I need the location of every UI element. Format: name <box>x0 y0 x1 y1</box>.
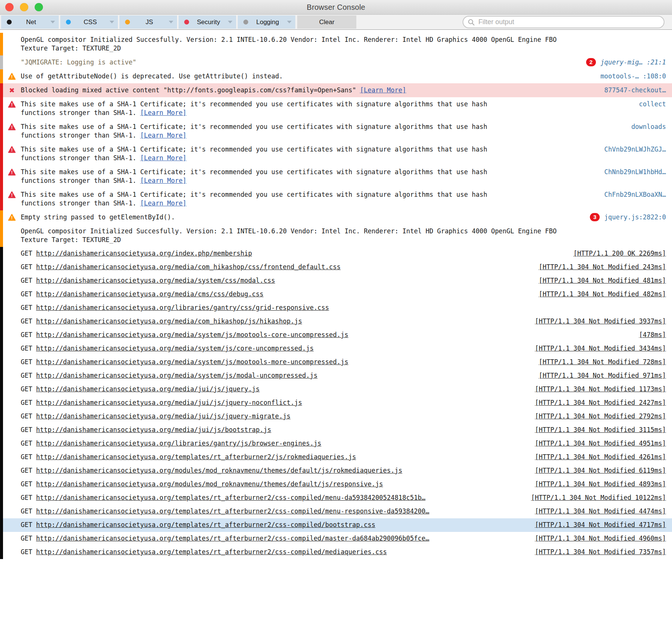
console-message-row[interactable]: !Empty string passed to getElementById()… <box>0 210 672 224</box>
filter-button-logging[interactable]: Logging <box>238 15 295 29</box>
request-url-link[interactable]: http://danishamericansocietyusa.org/libr… <box>36 440 321 447</box>
request-url-link[interactable]: http://danishamericansocietyusa.org/medi… <box>36 290 264 298</box>
source-location-link[interactable]: mootools-… :108:0 <box>600 72 666 81</box>
http-status-link[interactable]: [HTTP/1.1 304 Not Modified 971ms] <box>539 371 666 380</box>
source-location-link[interactable]: ChVnb29nLWJhZGJ… <box>604 145 666 154</box>
network-request-row[interactable]: GEThttp://danishamericansocietyusa.org/m… <box>0 396 672 410</box>
network-request-row[interactable]: GEThttp://danishamericansocietyusa.org/m… <box>0 478 672 491</box>
source-location-link[interactable]: 877547-checkout… <box>604 86 666 95</box>
chevron-down-icon[interactable] <box>287 21 292 23</box>
console-message-row[interactable]: !This site makes use of a SHA-1 Certific… <box>0 120 672 142</box>
network-request-row[interactable]: GEThttp://danishamericansocietyusa.org/m… <box>0 274 672 288</box>
http-status-link[interactable]: [HTTP/1.1 304 Not Modified 482ms] <box>539 290 666 299</box>
network-request-row[interactable]: GEThttp://danishamericansocietyusa.org/m… <box>0 315 672 328</box>
request-url-link[interactable]: http://danishamericansocietyusa.org/temp… <box>36 548 387 556</box>
network-request-row[interactable]: GEThttp://danishamericansocietyusa.org/t… <box>0 545 672 559</box>
console-message-row[interactable]: OpenGL compositor Initialized Succesfull… <box>0 224 672 247</box>
network-request-row[interactable]: GEThttp://danishamericansocietyusa.org/m… <box>0 355 672 369</box>
request-url-link[interactable]: http://danishamericansocietyusa.org/libr… <box>36 304 329 311</box>
network-request-row[interactable]: GEThttp://danishamericansocietyusa.org/m… <box>0 383 672 396</box>
network-request-row[interactable]: GEThttp://danishamericansocietyusa.org/m… <box>0 369 672 383</box>
source-location-link[interactable]: ChFnb29nLXBoaXN… <box>604 190 666 199</box>
request-url-link[interactable]: http://danishamericansocietyusa.org/medi… <box>36 317 302 325</box>
network-request-row[interactable]: GEThttp://danishamericansocietyusa.org/t… <box>0 491 672 505</box>
network-request-row[interactable]: GEThttp://danishamericansocietyusa.org/m… <box>0 423 672 437</box>
source-location-link[interactable]: collect <box>639 100 666 109</box>
source-location-link[interactable]: jquery.js:2822:0 <box>604 213 666 222</box>
request-url-link[interactable]: http://danishamericansocietyusa.org/modu… <box>36 467 402 474</box>
network-request-row[interactable]: GEThttp://danishamericansocietyusa.org/m… <box>0 328 672 342</box>
http-status-link[interactable]: [HTTP/1.1 304 Not Modified 4717ms] <box>535 521 666 529</box>
network-request-row[interactable]: GEThttp://danishamericansocietyusa.org/m… <box>0 288 672 301</box>
http-status-link[interactable]: [HTTP/1.1 304 Not Modified 2427ms] <box>535 398 666 407</box>
filter-button-css[interactable]: CSS <box>60 15 118 29</box>
request-url-link[interactable]: http://danishamericansocietyusa.org/medi… <box>36 412 291 420</box>
http-status-link[interactable]: [HTTP/1.1 304 Not Modified 7357ms] <box>535 548 666 556</box>
console-message-row[interactable]: !This site makes use of a SHA-1 Certific… <box>0 188 672 210</box>
source-location-link[interactable]: downloads <box>631 123 666 131</box>
http-status-link[interactable]: [HTTP/1.1 304 Not Modified 4261ms] <box>535 453 666 461</box>
console-message-row[interactable]: "JQMIGRATE: Logging is active"2jquery-mi… <box>0 55 672 69</box>
network-request-row[interactable]: GEThttp://danishamericansocietyusa.org/m… <box>0 260 672 274</box>
request-url-link[interactable]: http://danishamericansocietyusa.org/medi… <box>36 277 275 284</box>
console-message-row[interactable]: !Use of getAttributeNode() is deprecated… <box>0 69 672 83</box>
http-status-link[interactable]: [HTTP/1.1 304 Not Modified 3937ms] <box>535 317 666 326</box>
request-url-link[interactable]: http://danishamericansocietyusa.org/medi… <box>36 426 271 434</box>
request-url-link[interactable]: http://danishamericansocietyusa.org/temp… <box>36 453 356 461</box>
request-url-link[interactable]: http://danishamericansocietyusa.org/modu… <box>36 480 383 488</box>
network-request-row[interactable]: GEThttp://danishamericansocietyusa.org/t… <box>0 518 672 532</box>
learn-more-link[interactable]: [Learn More] <box>140 109 186 116</box>
network-request-row[interactable]: GEThttp://danishamericansocietyusa.org/t… <box>0 505 672 518</box>
learn-more-link[interactable]: [Learn More] <box>140 154 186 162</box>
request-url-link[interactable]: http://danishamericansocietyusa.org/temp… <box>36 494 426 501</box>
http-status-link[interactable]: [HTTP/1.1 304 Not Modified 4951ms] <box>535 439 666 448</box>
request-url-link[interactable]: http://danishamericansocietyusa.org/medi… <box>36 345 314 352</box>
learn-more-link[interactable]: [Learn More] <box>140 132 186 139</box>
request-url-link[interactable]: http://danishamericansocietyusa.org/medi… <box>36 399 302 406</box>
chevron-down-icon[interactable] <box>169 21 173 23</box>
network-request-row[interactable]: GEThttp://danishamericansocietyusa.org/l… <box>0 301 672 315</box>
network-request-row[interactable]: GEThttp://danishamericansocietyusa.org/m… <box>0 342 672 355</box>
filter-input[interactable] <box>478 18 659 26</box>
source-location-link[interactable]: ChNnb29nLW1hbHd… <box>604 168 666 176</box>
console-message-row[interactable]: !This site makes use of a SHA-1 Certific… <box>0 97 672 120</box>
http-status-link[interactable]: [HTTP/1.1 304 Not Modified 6119ms] <box>535 466 666 475</box>
filter-button-net[interactable]: Net <box>1 15 59 29</box>
request-url-link[interactable]: http://danishamericansocietyusa.org/inde… <box>36 250 252 257</box>
chevron-down-icon[interactable] <box>228 21 232 23</box>
http-status-link[interactable]: [HTTP/1.1 304 Not Modified 4474ms] <box>535 507 666 516</box>
http-status-link[interactable]: [HTTP/1.1 200 OK 2269ms] <box>573 249 666 258</box>
close-button[interactable] <box>5 3 14 11</box>
http-status-link[interactable]: [HTTP/1.1 304 Not Modified 3434ms] <box>535 344 666 353</box>
request-url-link[interactable]: http://danishamericansocietyusa.org/medi… <box>36 331 348 339</box>
request-url-link[interactable]: http://danishamericansocietyusa.org/temp… <box>36 507 429 515</box>
network-request-row[interactable]: GEThttp://danishamericansocietyusa.org/m… <box>0 464 672 478</box>
http-status-link[interactable]: [HTTP/1.1 304 Not Modified 4960ms] <box>535 534 666 543</box>
console-message-row[interactable]: ✖Blocked loading mixed active content "h… <box>0 83 672 97</box>
http-status-link[interactable]: [HTTP/1.1 304 Not Modified 4893ms] <box>535 480 666 489</box>
request-url-link[interactable]: http://danishamericansocietyusa.org/medi… <box>36 263 341 271</box>
minimize-button[interactable] <box>20 3 28 11</box>
network-request-row[interactable]: GEThttp://danishamericansocietyusa.org/i… <box>0 247 672 260</box>
request-url-link[interactable]: http://danishamericansocietyusa.org/medi… <box>36 385 260 393</box>
http-status-link[interactable]: [HTTP/1.1 304 Not Modified 3115ms] <box>535 426 666 434</box>
filter-button-js[interactable]: JS <box>119 15 177 29</box>
http-status-link[interactable]: [478ms] <box>639 331 666 339</box>
source-location-link[interactable]: jquery-mig… :21:1 <box>600 58 666 67</box>
chevron-down-icon[interactable] <box>110 21 114 23</box>
learn-more-link[interactable]: [Learn More] <box>140 177 186 184</box>
request-url-link[interactable]: http://danishamericansocietyusa.org/medi… <box>36 372 318 379</box>
network-request-row[interactable]: GEThttp://danishamericansocietyusa.org/t… <box>0 532 672 545</box>
learn-more-link[interactable]: [Learn More] <box>140 199 186 207</box>
request-url-link[interactable]: http://danishamericansocietyusa.org/temp… <box>36 535 429 542</box>
filter-button-security[interactable]: Security <box>179 15 236 29</box>
http-status-link[interactable]: [HTTP/1.1 304 Not Modified 10122ms] <box>531 493 666 502</box>
http-status-link[interactable]: [HTTP/1.1 304 Not Modified 728ms] <box>539 358 666 366</box>
request-url-link[interactable]: http://danishamericansocietyusa.org/medi… <box>36 358 348 366</box>
console-message-row[interactable]: OpenGL compositor Initialized Succesfull… <box>0 33 672 55</box>
maximize-button[interactable] <box>35 3 43 11</box>
console-message-row[interactable]: !This site makes use of a SHA-1 Certific… <box>0 142 672 165</box>
http-status-link[interactable]: [HTTP/1.1 304 Not Modified 243ms] <box>539 263 666 271</box>
chevron-down-icon[interactable] <box>50 21 55 23</box>
clear-button[interactable]: Clear <box>297 15 356 29</box>
